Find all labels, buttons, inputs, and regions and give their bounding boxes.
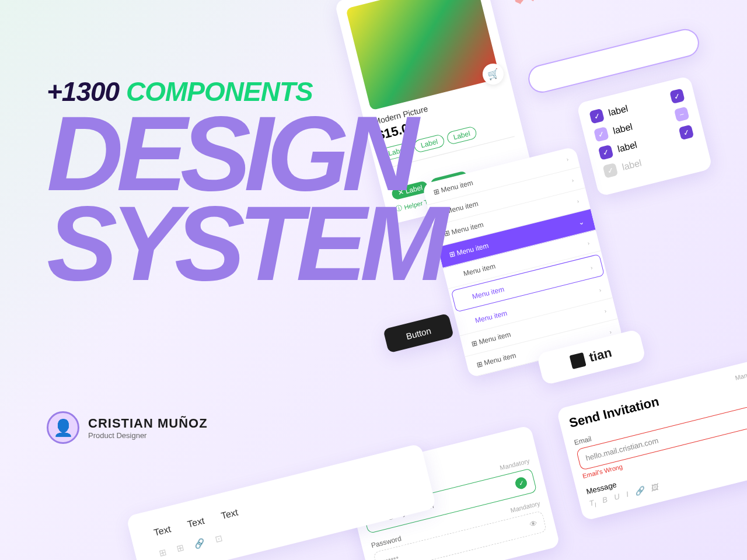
- chevron-right-icon: ›: [566, 156, 569, 162]
- chevron-right-icon: ›: [587, 239, 590, 246]
- checkbox-icon[interactable]: ✓: [589, 108, 605, 124]
- checkbox-icon[interactable]: ✓: [594, 127, 609, 142]
- link-icon[interactable]: 🔗: [193, 537, 207, 550]
- italic-icon[interactable]: TI: [588, 498, 597, 510]
- chevron-right-icon: ›: [598, 286, 602, 293]
- author-block: 👤 CRISTIAN MUÑOZ Product Designer: [47, 411, 208, 444]
- author-role: Product Designer: [88, 431, 208, 440]
- chevron-right-icon: ›: [609, 328, 612, 335]
- logo-icon: [570, 352, 587, 369]
- checkbox-icon[interactable]: ✓: [679, 125, 694, 141]
- text-item[interactable]: Text: [186, 516, 205, 530]
- mandatory-label: Manda: [734, 370, 747, 389]
- checkbox-icon[interactable]: −: [674, 107, 690, 123]
- check-label: label: [621, 158, 643, 173]
- eye-icon[interactable]: 👁: [529, 519, 538, 529]
- chevron-right-icon: ›: [603, 307, 607, 314]
- hearts-grid: ❤❤❤❤❤ ❤❤❤❤❤ ❤❤❤❤❤: [504, 0, 578, 9]
- image-icon[interactable]: 🖼: [650, 482, 660, 494]
- link-icon[interactable]: 🔗: [634, 486, 645, 498]
- brand-name: tian: [588, 345, 613, 365]
- author-name: CRISTIAN MUÑOZ: [88, 416, 208, 431]
- checkbox-icon[interactable]: ✓: [603, 163, 619, 178]
- checkbox-card: ✓label✓ ✓label− ✓label✓ ✓label: [576, 76, 713, 197]
- italic-icon[interactable]: I: [625, 490, 630, 501]
- text-item[interactable]: Text: [220, 507, 239, 522]
- title-line2: SYSTEM: [47, 200, 441, 287]
- chevron-right-icon: ›: [589, 264, 593, 270]
- email-label: Email: [573, 435, 592, 447]
- chevron-right-icon: ›: [576, 198, 580, 204]
- checkbox-icon[interactable]: ✓: [669, 88, 685, 104]
- check-label: label: [612, 121, 634, 136]
- check-label: label: [616, 139, 638, 155]
- check-icon: ✓: [514, 476, 528, 490]
- chevron-down-icon: ⌄: [577, 218, 585, 227]
- button-primary[interactable]: Button: [383, 313, 454, 354]
- invite-card: Send InvitationManda Email hello.mail.cr…: [556, 359, 747, 521]
- code-icon[interactable]: ⊡: [214, 533, 224, 545]
- cart-icon[interactable]: 🛒: [480, 61, 506, 87]
- hero-section: +1300 COMPONENTS DESIGN SYSTEM: [47, 76, 441, 287]
- bold-icon[interactable]: B: [601, 495, 609, 506]
- text-format-icon[interactable]: ⊞: [176, 542, 186, 554]
- text-format-icon[interactable]: ⊞: [158, 547, 168, 559]
- avatar: 👤: [47, 411, 79, 444]
- chevron-right-icon: ›: [571, 177, 574, 183]
- checkbox-icon[interactable]: ✓: [598, 145, 614, 160]
- tag[interactable]: Label: [446, 125, 478, 145]
- check-label: label: [608, 103, 629, 118]
- text-item[interactable]: Text: [153, 524, 172, 538]
- underline-icon[interactable]: U: [613, 492, 621, 503]
